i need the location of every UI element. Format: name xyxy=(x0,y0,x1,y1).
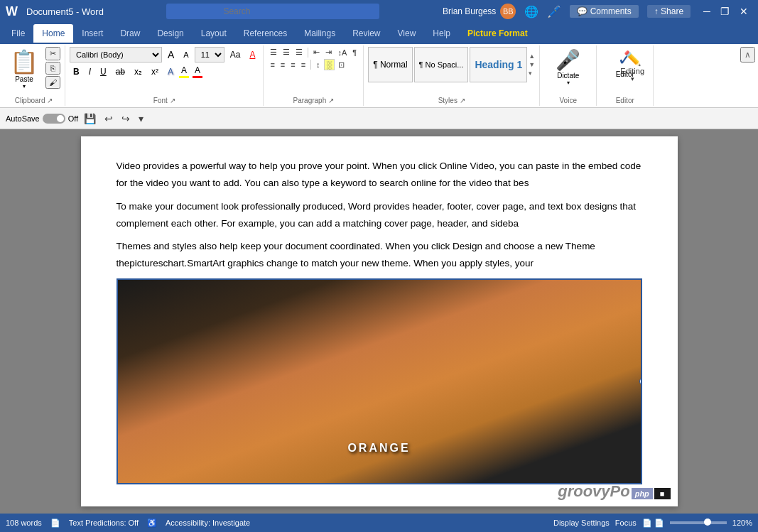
dictate-button[interactable]: 🎤 Dictate ▾ xyxy=(550,47,586,87)
tab-review[interactable]: Review xyxy=(344,24,389,43)
tab-design[interactable]: Design xyxy=(148,24,192,43)
watermark: groovyPophp■ xyxy=(558,482,670,501)
font-size-select[interactable]: 11 xyxy=(195,47,224,63)
redo-button[interactable]: ↪ xyxy=(119,112,133,126)
paragraph-controls: ☰ ☰ ☰ ⇤ ⇥ ↕A ¶ ≡ ≡ ≡ ≡ ↕ ░ ⊡ xyxy=(268,47,359,70)
align-right-button[interactable]: ≡ xyxy=(288,60,297,70)
tab-mailings[interactable]: Mailings xyxy=(296,24,344,43)
strikethrough-button[interactable]: ab xyxy=(112,65,129,78)
italic-button[interactable]: I xyxy=(85,65,94,78)
word-logo-icon: W xyxy=(6,4,18,19)
text-effects-button[interactable]: A xyxy=(164,65,177,78)
close-button[interactable]: ✕ xyxy=(735,4,752,18)
paragraph-expand-icon[interactable]: ↗ xyxy=(328,97,334,104)
styles-scroll-controls[interactable]: ▲ ▼ ▾ xyxy=(529,53,535,77)
amp-brand-label: ORANGE xyxy=(347,442,410,455)
tab-draw[interactable]: Draw xyxy=(112,24,148,43)
shading-button[interactable]: ░ xyxy=(324,59,335,70)
font-group: Calibri (Body) A A 11 Aa A B I U ab x₂ x… xyxy=(65,45,264,106)
tab-home[interactable]: Home xyxy=(33,24,73,43)
comments-btn[interactable]: 💬 Comments xyxy=(570,5,638,18)
paste-label: Paste xyxy=(15,75,33,83)
font-family-select[interactable]: Calibri (Body) xyxy=(70,47,162,63)
user-info: Brian Burgess BB xyxy=(443,4,516,19)
borders-button[interactable]: ⊡ xyxy=(336,60,347,70)
bold-button[interactable]: B xyxy=(70,65,83,78)
maximize-button[interactable]: ❐ xyxy=(716,4,734,18)
decrease-indent-button[interactable]: ⇤ xyxy=(311,47,322,58)
undo-button[interactable]: ↩ xyxy=(102,112,116,126)
format-painter-button[interactable]: 🖌 xyxy=(45,76,60,89)
ribbon-collapse-button[interactable]: ∧ xyxy=(740,47,755,63)
superscript-button[interactable]: x² xyxy=(148,65,162,78)
paragraph-1: Video provides a powerful way to help yo… xyxy=(117,158,642,192)
font-expand-icon[interactable]: ↗ xyxy=(170,97,175,104)
style-normal[interactable]: ¶ Normal xyxy=(368,47,412,82)
accessibility-label[interactable]: Accessibility: Investigate xyxy=(166,519,250,527)
autosave-toggle[interactable] xyxy=(43,114,65,124)
numbering-button[interactable]: ☰ xyxy=(281,47,292,58)
font-color-btn[interactable]: A xyxy=(193,65,202,78)
customize-quick-access-button[interactable]: ▾ xyxy=(136,112,146,126)
dictate-label: Dictate xyxy=(557,72,579,80)
editing-mode[interactable]: ✏️ Editing ▾ xyxy=(620,50,644,82)
line-spacing-button[interactable]: ↕ xyxy=(314,60,323,70)
accessibility-icon: ♿ xyxy=(147,519,157,528)
autosave-state: Off xyxy=(68,114,78,123)
styles-group: ¶ Normal ¶ No Spaci... Heading 1 ▲ ▼ ▾ S… xyxy=(364,45,540,106)
underline-button[interactable]: U xyxy=(97,65,110,78)
zoom-level[interactable]: 120% xyxy=(732,519,752,527)
title-bar: W Document5 - Word Brian Burgess BB 🌐 🖊️… xyxy=(0,0,758,23)
grow-font-button[interactable]: A xyxy=(164,48,178,62)
minimize-button[interactable]: ─ xyxy=(699,4,715,18)
tab-layout[interactable]: Layout xyxy=(193,24,235,43)
paragraph-group: ☰ ☰ ☰ ⇤ ⇥ ↕A ¶ ≡ ≡ ≡ ≡ ↕ ░ ⊡ Paragraph ↗ xyxy=(264,45,364,106)
share-btn[interactable]: ↑ Share xyxy=(647,5,691,18)
shrink-font-button[interactable]: A xyxy=(180,49,192,60)
copy-button[interactable]: ⎘ xyxy=(45,62,60,75)
dark-badge: ■ xyxy=(654,488,671,499)
document-container: Video provides a powerful way to help yo… xyxy=(0,129,758,514)
sort-button[interactable]: ↕A xyxy=(335,48,349,58)
tab-view[interactable]: View xyxy=(389,24,425,43)
cut-button[interactable]: ✂ xyxy=(45,47,60,60)
tab-file[interactable]: File xyxy=(3,24,33,43)
multilevel-list-button[interactable]: ☰ xyxy=(293,47,305,58)
clipboard-content: 📋 Paste ▾ ✂ ⎘ 🖌 xyxy=(7,47,60,95)
highlight-color-btn[interactable]: A xyxy=(179,65,189,78)
title-search-input[interactable] xyxy=(166,4,379,19)
zoom-slider[interactable] xyxy=(670,521,727,524)
subscript-button[interactable]: x₂ xyxy=(131,65,146,78)
autosave-label: AutoSave xyxy=(6,114,40,123)
tab-insert[interactable]: Insert xyxy=(73,24,112,43)
clear-formatting-button[interactable]: A xyxy=(246,48,259,61)
change-case-button[interactable]: Aa xyxy=(227,48,244,61)
styles-expand-icon[interactable]: ↗ xyxy=(460,97,465,104)
tab-references[interactable]: References xyxy=(235,24,296,43)
view-icons: 📄 📄 xyxy=(642,519,664,528)
show-hide-button[interactable]: ¶ xyxy=(350,48,359,58)
style-no-spacing[interactable]: ¶ No Spaci... xyxy=(414,47,469,82)
style-heading-1[interactable]: Heading 1 xyxy=(470,47,527,82)
title-bar-right: Brian Burgess BB 🌐 🖊️ 💬 Comments ↑ Share… xyxy=(443,4,752,19)
tab-help[interactable]: Help xyxy=(424,24,459,43)
editing-mode-label: Editing xyxy=(620,67,644,75)
align-center-button[interactable]: ≡ xyxy=(278,60,287,70)
window-controls[interactable]: ─ ❐ ✕ xyxy=(699,4,752,18)
save-button[interactable]: 💾 xyxy=(81,112,99,126)
text-predictions[interactable]: Text Predictions: Off xyxy=(69,519,139,527)
paste-button[interactable]: 📋 Paste ▾ xyxy=(7,47,41,91)
display-settings[interactable]: Display Settings xyxy=(553,519,610,527)
tab-picture-format[interactable]: Picture Format xyxy=(459,24,536,43)
justify-button[interactable]: ≡ xyxy=(299,60,308,70)
focus-mode[interactable]: Focus xyxy=(615,519,637,527)
increase-indent-button[interactable]: ⇥ xyxy=(323,47,334,58)
font-row-1: Calibri (Body) A A 11 Aa A xyxy=(70,47,259,63)
proofing-icon: 📄 xyxy=(50,519,60,528)
ribbon-tabs: File Home Insert Draw Design Layout Refe… xyxy=(0,23,758,44)
align-left-button[interactable]: ≡ xyxy=(268,60,276,70)
bullets-button[interactable]: ☰ xyxy=(268,47,279,58)
embedded-image[interactable]: ORANGE 🖼 xyxy=(117,278,642,484)
document-page[interactable]: Video provides a powerful way to help yo… xyxy=(81,136,678,506)
clipboard-expand-icon[interactable]: ↗ xyxy=(47,97,53,104)
